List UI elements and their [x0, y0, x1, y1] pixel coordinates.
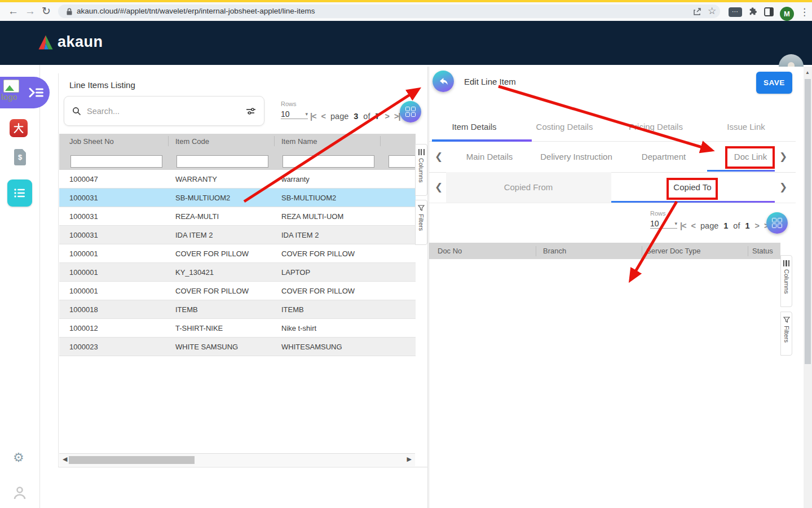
cell-item-name: ITEMB: [275, 300, 381, 318]
cell-extra: [381, 282, 416, 300]
sub-tab-bar: ❮ Main Details Delivery Instruction Depa…: [429, 141, 796, 173]
tab-costing-details[interactable]: Costing Details: [536, 113, 593, 141]
scrollbar-thumb[interactable]: [805, 79, 811, 364]
tab-issue-link[interactable]: Issue Link: [727, 113, 765, 141]
table-row[interactable]: 1000023WHITE SAMSUNGWHITESAMSUNG: [59, 338, 416, 356]
scroll-right-icon[interactable]: ▶: [407, 456, 412, 463]
profile-icon[interactable]: [13, 485, 27, 502]
table-row[interactable]: 1000001COVER FOR PILLOWCOVER FOR PILLOW: [59, 244, 416, 263]
sidebar-app-listing-icon[interactable]: [7, 179, 32, 207]
browser-profile-avatar[interactable]: M: [780, 7, 794, 21]
save-button[interactable]: SAVE: [756, 72, 792, 94]
filters-side-tab[interactable]: Filters: [780, 312, 792, 356]
first-page-button[interactable]: |<: [680, 221, 686, 230]
extension-badge-icon[interactable]: ⋯: [729, 7, 742, 17]
table-row[interactable]: 1000001COVER FOR PILLOWCOVER FOR PILLOW: [59, 282, 416, 300]
cell-item-name: SB-MULTIUOM2: [275, 189, 381, 207]
column-header-doc-no[interactable]: Doc No: [429, 246, 536, 256]
columns-icon: [783, 260, 789, 266]
table-row[interactable]: 1000031REZA-MULTIREZA MULTI-UOM: [59, 207, 416, 226]
rows-per-page-select[interactable]: 10 ▾: [650, 219, 677, 229]
table-row[interactable]: 1000047WARRANTYwarranty: [59, 170, 416, 189]
filter-lines-icon[interactable]: [246, 107, 256, 115]
browser-forward-icon[interactable]: →: [25, 4, 36, 19]
tab-item-details[interactable]: Item Details: [452, 113, 496, 141]
browser-address-bar[interactable]: akaun.cloud/#/applet/tnt/wavelet/erp/int…: [58, 5, 720, 18]
doctab-scroll-left-icon[interactable]: ❮: [435, 172, 443, 203]
columns-side-tab[interactable]: Columns: [780, 255, 792, 307]
settings-gear-icon[interactable]: ⚙: [13, 450, 24, 465]
page-word: page: [700, 221, 718, 230]
first-page-button[interactable]: |<: [310, 112, 316, 121]
browser-back-icon[interactable]: ←: [8, 4, 19, 19]
table-row[interactable]: 1000031SB-MULTIUOM2SB-MULTIUOM2: [59, 189, 416, 207]
sidebar-app-dahua-icon[interactable]: [10, 119, 28, 137]
browser-menu-icon[interactable]: ⋮: [800, 6, 809, 18]
cell-item-code: WHITE SAMSUNG: [169, 338, 275, 356]
rows-label: Rows: [281, 100, 297, 107]
search-input[interactable]: [86, 106, 241, 116]
scroll-up-icon[interactable]: ▲: [805, 70, 810, 75]
cell-job-sheet-no: 1000023: [59, 338, 169, 356]
scroll-left-icon[interactable]: ◀: [63, 456, 67, 463]
column-header-job-sheet-no[interactable]: Job Sheet No: [59, 136, 169, 146]
table-row[interactable]: 1000031IDA ITEM 2IDA ITEM 2: [59, 226, 416, 244]
prev-page-button[interactable]: <: [321, 112, 325, 121]
side-panel-icon[interactable]: [764, 7, 774, 16]
subtab-scroll-right-icon[interactable]: ❯: [779, 141, 787, 172]
columns-side-tab[interactable]: Columns: [415, 144, 427, 196]
filter-input-item-name[interactable]: [283, 155, 374, 168]
column-header-item-name[interactable]: Item Name: [275, 136, 381, 146]
funnel-icon: [418, 205, 425, 211]
filters-side-tab[interactable]: Filters: [415, 200, 427, 245]
tab-copied-from[interactable]: Copied From: [504, 172, 553, 203]
filter-input-item-code[interactable]: [176, 155, 268, 168]
column-header-item-code[interactable]: Item Code: [169, 136, 275, 146]
cell-extra: [381, 244, 416, 262]
grid-view-button[interactable]: [400, 101, 421, 122]
subtab-scroll-left-icon[interactable]: ❮: [435, 141, 443, 172]
column-header-server-doc-type[interactable]: Server Doc Type: [642, 246, 748, 256]
sidebar-logo-pill[interactable]: logo: [0, 77, 50, 108]
column-header-status[interactable]: Status: [748, 246, 780, 256]
horizontal-scrollbar[interactable]: ◀ ▶: [59, 453, 415, 466]
doctab-scroll-right-icon[interactable]: ❯: [779, 172, 787, 203]
table-row[interactable]: 1000001KY_130421LAPTOP: [59, 263, 416, 282]
filter-input-job-sheet-no[interactable]: [70, 155, 162, 168]
filter-input-extra[interactable]: [389, 155, 416, 168]
sidebar-app-finance-icon[interactable]: $: [14, 149, 26, 165]
vertical-scrollbar[interactable]: ▲: [804, 67, 812, 508]
cell-extra: [381, 338, 416, 356]
cell-extra: [381, 300, 416, 318]
share-icon[interactable]: [692, 7, 702, 16]
next-page-button[interactable]: >: [385, 112, 389, 121]
prev-page-button[interactable]: <: [691, 221, 695, 230]
grid-icon: [772, 218, 782, 228]
subtab-main-details[interactable]: Main Details: [466, 141, 513, 172]
tab-pricing-details[interactable]: Pricing Details: [629, 113, 683, 141]
page-title: Line Items Listing: [69, 80, 135, 90]
cell-item-code: ITEMB: [169, 300, 275, 318]
table-row[interactable]: 1000018ITEMBITEMB: [59, 300, 416, 319]
column-header-extra[interactable]: [381, 136, 416, 146]
rows-per-page-select[interactable]: 10 ▾: [281, 110, 308, 119]
search-icon: [72, 107, 81, 116]
bookmark-star-icon[interactable]: ☆: [708, 5, 716, 17]
back-arrow-icon: [437, 75, 449, 87]
grid-view-button[interactable]: [766, 212, 788, 234]
collapse-menu-icon[interactable]: [28, 86, 45, 99]
last-page-button[interactable]: >|: [394, 112, 400, 121]
cell-item-code: REZA-MULTI: [169, 207, 275, 225]
table-row[interactable]: 1000012T-SHIRT-NIKENike t-shirt: [59, 319, 416, 338]
panel-divider: [427, 67, 428, 508]
subtab-department[interactable]: Department: [642, 141, 686, 172]
subtab-delivery-instruction[interactable]: Delivery Instruction: [540, 141, 612, 172]
back-button[interactable]: [433, 71, 454, 92]
extensions-puzzle-icon[interactable]: [748, 7, 758, 17]
scrollbar-thumb[interactable]: [69, 456, 195, 464]
browser-reload-icon[interactable]: ↻: [42, 4, 51, 19]
subtab-doc-link[interactable]: Doc Link: [734, 141, 767, 172]
tab-copied-to[interactable]: Copied To: [673, 172, 711, 203]
column-header-branch[interactable]: Branch: [536, 246, 642, 256]
next-page-button[interactable]: >: [755, 221, 759, 230]
